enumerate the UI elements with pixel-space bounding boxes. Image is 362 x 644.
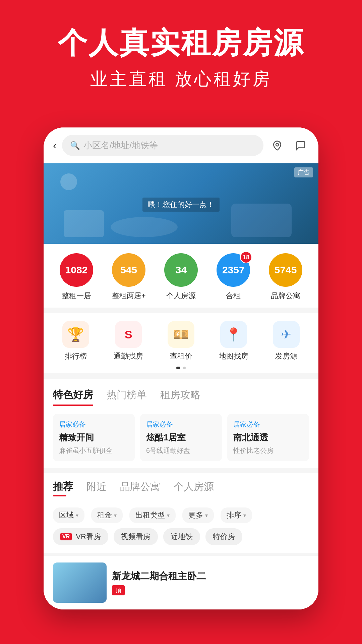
tools-row: 🏆 排行榜 S 通勤找房 💴 查租价 xyxy=(50,321,312,361)
search-input-wrap[interactable]: 🔍 小区名/地址/地铁等 xyxy=(62,135,263,156)
hero-title: 个人真实租房房源 xyxy=(0,27,362,59)
tool-price[interactable]: 💴 查租价 xyxy=(168,321,194,361)
tool-commute[interactable]: S 通勤找房 xyxy=(114,321,143,361)
vr-label: VR xyxy=(60,533,72,540)
hero-subtitle: 业主直租 放心租好房 xyxy=(0,67,362,91)
nav-tab-recommend[interactable]: 推荐 xyxy=(53,480,73,496)
bubble-4: 18 2357 xyxy=(217,253,250,287)
filter-type[interactable]: 出租类型 ▾ xyxy=(129,507,176,523)
tab-guide[interactable]: 租房攻略 xyxy=(160,388,200,406)
nav-tab-brand[interactable]: 品牌公寓 xyxy=(120,480,160,496)
quick-tag-metro-text: 近地铁 xyxy=(171,532,193,542)
filter-row: 区域 ▾ 租金 ▾ 出租类型 ▾ 更多 ▾ 排序 ▾ xyxy=(53,507,309,528)
filter-more[interactable]: 更多 ▾ xyxy=(182,507,214,523)
featured-card-1[interactable]: 居家必备 精致开间 麻雀虽小五脏俱全 xyxy=(53,414,135,461)
tab-popular[interactable]: 热门榜单 xyxy=(107,388,147,406)
quick-tag-vr[interactable]: VR VR看房 xyxy=(53,528,108,545)
filter-sort[interactable]: 排序 ▾ xyxy=(221,507,252,523)
featured-cards: 居家必备 精致开间 麻雀虽小五脏俱全 居家必备 炫酷1居室 6号线通勤好盘 居家… xyxy=(53,414,309,461)
bubble-5: 5745 xyxy=(269,253,302,287)
quick-tag-video[interactable]: 视频看房 xyxy=(114,528,158,545)
quick-filters: VR VR看房 视频看房 近地铁 特价房 xyxy=(53,528,309,550)
cat-count-5: 5745 xyxy=(275,264,297,276)
tool-ranking[interactable]: 🏆 排行榜 xyxy=(62,321,89,361)
card-desc-1: 麻雀虽小五脏俱全 xyxy=(59,446,129,455)
featured-card-3[interactable]: 居家必备 南北通透 性价比老公房 xyxy=(227,414,309,461)
card-desc-3: 性价比老公房 xyxy=(233,446,303,455)
nav-tab-nearby[interactable]: 附近 xyxy=(86,480,107,496)
tools-dots xyxy=(50,367,312,369)
featured-card-2[interactable]: 居家必备 炫酷1居室 6号线通勤好盘 xyxy=(140,414,222,461)
tab-featured[interactable]: 特色好房 xyxy=(53,388,93,406)
categories-row: 1082 整租一居 545 整租两居+ 34 个人房源 18 2357 xyxy=(44,244,318,308)
filter-area[interactable]: 区域 ▾ xyxy=(53,507,84,523)
filter-price-label: 租金 xyxy=(97,510,112,520)
filter-more-arrow: ▾ xyxy=(205,512,208,519)
card-tag-3: 居家必备 xyxy=(233,420,303,429)
nav-tabs-row: 推荐 附近 品牌公寓 个人房源 xyxy=(53,480,309,502)
svg-point-0 xyxy=(276,143,279,146)
tool-label-5: 发房源 xyxy=(275,351,297,361)
card-title-1: 精致开间 xyxy=(59,432,129,443)
tool-map[interactable]: 📍 地图找房 xyxy=(219,321,248,361)
category-5[interactable]: 5745 品牌公寓 xyxy=(269,253,302,301)
quick-tag-video-text: 视频看房 xyxy=(121,532,150,542)
ranking-icon: 🏆 xyxy=(62,321,89,348)
bubble-2: 545 xyxy=(112,253,145,287)
cat-count-1: 1082 xyxy=(65,264,88,276)
location-icon[interactable] xyxy=(269,137,286,154)
listing-badge: 顶 xyxy=(112,585,125,595)
tool-post[interactable]: ✈ 发房源 xyxy=(273,321,300,361)
header-icons xyxy=(269,137,309,154)
map-icon: 📍 xyxy=(220,321,247,348)
card-title-3: 南北通透 xyxy=(233,432,303,443)
dot-inactive-1 xyxy=(183,367,186,369)
filter-sort-arrow: ▾ xyxy=(243,512,246,519)
cat-count-3: 34 xyxy=(176,264,187,276)
cat-label-1: 整租一居 xyxy=(62,291,91,301)
cat-label-3: 个人房源 xyxy=(166,291,196,301)
quick-tag-special-text: 特价房 xyxy=(213,532,235,542)
banner[interactable]: 广告 喂！您住的好一点！ xyxy=(44,163,318,244)
tool-label-3: 查租价 xyxy=(170,351,192,361)
featured-section: 特色好房 热门榜单 租房攻略 居家必备 精致开间 麻雀虽小五脏俱全 居家必备 炫… xyxy=(44,379,318,468)
card-desc-2: 6号线通勤好盘 xyxy=(146,446,216,455)
filter-type-label: 出租类型 xyxy=(135,510,165,520)
search-bar: ‹ 🔍 小区名/地址/地铁等 xyxy=(44,127,318,163)
filter-area-arrow: ▾ xyxy=(76,512,78,519)
hero-section: 个人真实租房房源 业主直租 放心租好房 xyxy=(0,0,362,104)
tool-label-2: 通勤找房 xyxy=(114,351,143,361)
quick-tag-metro[interactable]: 近地铁 xyxy=(163,528,200,545)
card-tag-1: 居家必备 xyxy=(59,420,129,429)
price-icon: 💴 xyxy=(168,321,194,348)
back-button[interactable]: ‹ xyxy=(53,139,57,152)
ad-label: 广告 xyxy=(294,167,313,177)
filter-price[interactable]: 租金 ▾ xyxy=(91,507,123,523)
bubble-3: 34 xyxy=(164,253,198,287)
cat-label-5: 品牌公寓 xyxy=(271,291,300,301)
category-3[interactable]: 34 个人房源 xyxy=(164,253,198,301)
filter-more-label: 更多 xyxy=(188,510,203,520)
category-1[interactable]: 1082 整租一居 xyxy=(60,253,93,301)
section-tabs: 特色好房 热门榜单 租房攻略 xyxy=(53,388,309,406)
filter-sort-label: 排序 xyxy=(227,510,241,520)
listing-info: 新龙城二期合租主卧二 顶 xyxy=(112,570,309,595)
nav-tab-personal[interactable]: 个人房源 xyxy=(174,480,214,496)
app-content: ‹ 🔍 小区名/地址/地铁等 广告 喂！您 xyxy=(44,127,318,609)
listing-thumbnail xyxy=(53,562,107,603)
quick-tools: 🏆 排行榜 S 通勤找房 💴 查租价 xyxy=(44,313,318,373)
category-2[interactable]: 545 整租两居+ xyxy=(112,253,146,301)
card-title-2: 炫酷1居室 xyxy=(146,432,216,443)
phone-mockup: ‹ 🔍 小区名/地址/地铁等 广告 喂！您 xyxy=(44,127,318,609)
commute-icon: S xyxy=(115,321,142,348)
quick-tag-vr-text: VR看房 xyxy=(76,532,101,542)
quick-tag-special[interactable]: 特价房 xyxy=(205,528,242,545)
banner-slogan: 喂！您住的好一点！ xyxy=(142,198,220,212)
card-tag-2: 居家必备 xyxy=(146,420,216,429)
listing-card[interactable]: 新龙城二期合租主卧二 顶 xyxy=(44,556,318,609)
search-placeholder-text: 小区名/地址/地铁等 xyxy=(83,140,158,151)
message-icon[interactable] xyxy=(292,137,309,154)
category-4[interactable]: 18 2357 合租 xyxy=(217,253,250,301)
badge-4: 18 xyxy=(240,251,252,263)
cat-label-4: 合租 xyxy=(226,291,241,301)
